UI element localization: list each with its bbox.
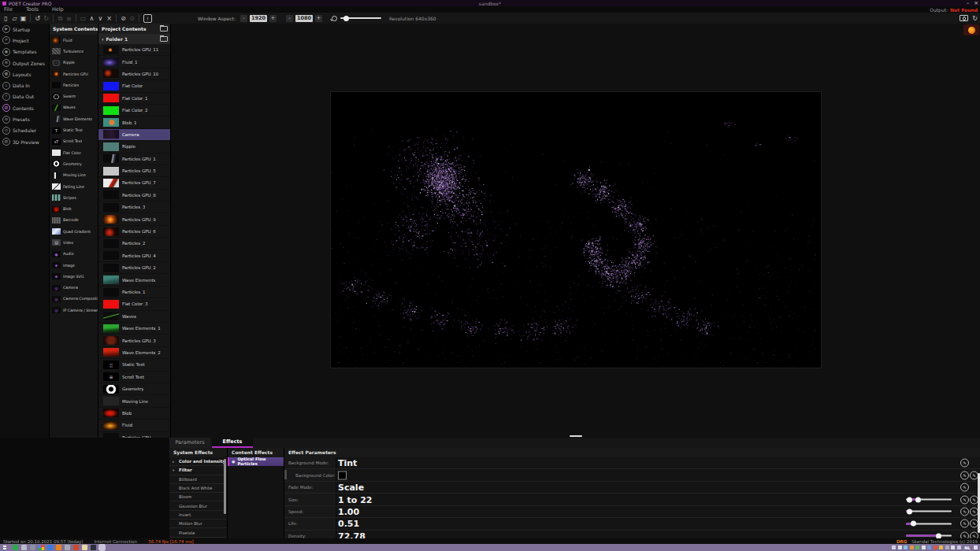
project-item[interactable]: Waves [98, 311, 171, 323]
project-item[interactable]: Wave Elements [98, 274, 171, 286]
project-item[interactable]: Flat Color_1 [98, 93, 171, 105]
sidebar-item-scheduler[interactable]: ◷Scheduler [0, 125, 49, 136]
color-swatch[interactable] [338, 471, 347, 479]
redo-icon[interactable]: ↻ [42, 13, 50, 24]
system-content-item[interactable]: TStatic Text [50, 124, 98, 135]
slider-handle[interactable] [915, 497, 921, 502]
project-item[interactable]: Blob [98, 408, 171, 420]
system-content-item[interactable]: ◈Image SVG [50, 271, 98, 282]
project-item[interactable]: Moving Line [98, 395, 171, 407]
save-icon[interactable]: ▣ [19, 13, 28, 24]
menu-item-tools[interactable]: Tools [26, 6, 39, 13]
tray-icon-9[interactable] [939, 545, 943, 549]
sidebar-item-startup[interactable]: ▶Startup [0, 24, 49, 35]
project-item[interactable]: ¦¦Static Text [98, 359, 171, 371]
project-item[interactable]: Particles GPU_11 [98, 44, 171, 56]
edit-pencil-icon[interactable]: ✎ [960, 507, 969, 516]
system-content-item[interactable]: sTScroll Text [50, 136, 98, 147]
sidebar-item-contents[interactable]: ▤Contents [0, 102, 49, 113]
system-content-item[interactable]: ◈Image [50, 260, 98, 271]
param-slider[interactable] [906, 497, 952, 502]
system-content-item[interactable]: Quad Gradient [50, 226, 98, 237]
undo-icon[interactable]: ↺ [33, 13, 42, 24]
width-decrement-button[interactable]: - [240, 15, 247, 22]
param-value[interactable]: 1 to 22 [338, 494, 372, 505]
taskbar-icon-chrome[interactable] [39, 545, 44, 550]
param-value[interactable]: Tint [338, 458, 357, 468]
start-button[interactable] [0, 544, 9, 551]
effect-item-gaussian-blur[interactable]: Gaussian Blur [169, 501, 227, 510]
taskbar-icon-app-dark[interactable] [91, 545, 96, 550]
tray-icon-5[interactable] [915, 545, 919, 549]
system-content-item[interactable]: Flat Color [50, 147, 98, 158]
slider-handle[interactable] [911, 521, 916, 527]
group-icon[interactable]: ⊙ [128, 13, 136, 24]
move-up-icon[interactable]: ∧ [87, 13, 96, 24]
add-folder-icon[interactable] [160, 26, 168, 31]
effect-item-bloom[interactable]: Bloom [169, 493, 227, 501]
project-item[interactable]: Particles GPU_9 [98, 213, 171, 225]
sidebar-item-project[interactable]: PProject [0, 35, 49, 46]
tray-icon-2[interactable] [898, 545, 902, 549]
system-content-item[interactable]: Particles GPU [50, 68, 98, 80]
edit-pencil-icon[interactable]: ✎ [960, 459, 969, 468]
tray-icon-12[interactable] [957, 545, 961, 549]
lock-icon[interactable]: ⊘ [119, 13, 128, 24]
delete-icon[interactable]: × [105, 13, 113, 24]
edit-pencil-icon[interactable]: ✎ [960, 471, 969, 479]
taskbar-icon-app-gray-1[interactable] [21, 545, 27, 550]
open-folder-icon[interactable]: ▱ [10, 13, 19, 24]
edit-pencil-icon[interactable]: ✎ [960, 483, 969, 492]
new-file-icon[interactable]: ▯ [2, 13, 10, 24]
project-item[interactable]: Particles GPU_10 [98, 68, 171, 80]
eye-icon[interactable]: ◉ [232, 459, 235, 464]
project-item[interactable]: Particles GPU_2 [98, 262, 171, 274]
project-item-selected[interactable]: Camera [98, 129, 171, 141]
param-value[interactable]: 1.00 [338, 506, 359, 516]
effect-item-pixelate[interactable]: Pixelate [169, 528, 227, 537]
panel-splitter-handle[interactable] [570, 435, 582, 437]
project-item[interactable]: Flat Color_3 [98, 298, 171, 310]
system-content-item[interactable]: Ripple [50, 57, 98, 68]
copy-icon[interactable]: ⧉ [56, 13, 65, 24]
system-content-item[interactable]: Moving Line [50, 170, 98, 181]
info-icon[interactable]: ! [143, 14, 152, 23]
effect-group-color-and-intensity[interactable]: ▸Color and Intensity [169, 457, 227, 466]
slider-handle[interactable] [907, 497, 912, 502]
project-item[interactable]: ≡Scroll Text [98, 372, 171, 383]
taskbar-icon-app-orange[interactable] [56, 545, 61, 550]
system-content-item[interactable]: Waves [50, 102, 98, 113]
system-content-item[interactable]: Particles [50, 80, 98, 91]
system-content-item[interactable]: Stripes [50, 192, 98, 203]
language-indicator[interactable]: NL [964, 545, 970, 550]
scrollbar-thumb[interactable] [224, 459, 226, 514]
sidebar-item-templates[interactable]: ▣Templates [0, 46, 49, 57]
taskbar-icon-app-green[interactable] [13, 545, 18, 550]
system-content-item[interactable]: ◎Camera [50, 283, 98, 294]
move-down-icon[interactable]: ∨ [96, 13, 105, 24]
tab-parameters[interactable]: Parameters [169, 438, 210, 448]
chevron-down-icon[interactable]: ▾ [173, 468, 176, 472]
chevron-right-icon[interactable]: ▸ [173, 460, 176, 464]
width-input[interactable]: 1920 [250, 15, 267, 22]
system-content-item[interactable]: Wave Elements [50, 113, 98, 124]
system-content-item[interactable]: ◎IP Camera / Stream [50, 305, 98, 316]
project-item[interactable]: Particles GPU_6 [98, 226, 171, 238]
tray-icon-11[interactable] [951, 545, 955, 549]
param-value[interactable]: 0.51 [338, 519, 359, 529]
taskbar-icon-app-cream[interactable] [82, 545, 87, 550]
taskbar-icon-poet-creator-active[interactable] [99, 545, 105, 550]
param-value[interactable]: Scale [338, 483, 364, 493]
effect-item-motion-blur[interactable]: Motion Blur [169, 520, 227, 528]
project-item[interactable]: Particles_1 [98, 287, 171, 298]
sidebar-item-data-in[interactable]: ↓Data In [0, 80, 49, 91]
project-item[interactable]: Flat Color [98, 80, 171, 92]
project-item[interactable]: Wave Elements_2 [98, 347, 171, 359]
effect-item-billboard[interactable]: Billboard [169, 475, 227, 484]
effect-item-invert[interactable]: Invert [169, 511, 227, 520]
height-decrement-button[interactable]: - [286, 15, 293, 22]
system-content-item[interactable]: Geometry [50, 158, 98, 169]
project-item[interactable]: Flat Color_2 [98, 105, 171, 116]
tray-icon-4[interactable] [910, 545, 914, 549]
minimize-button[interactable]: – [967, 0, 970, 6]
